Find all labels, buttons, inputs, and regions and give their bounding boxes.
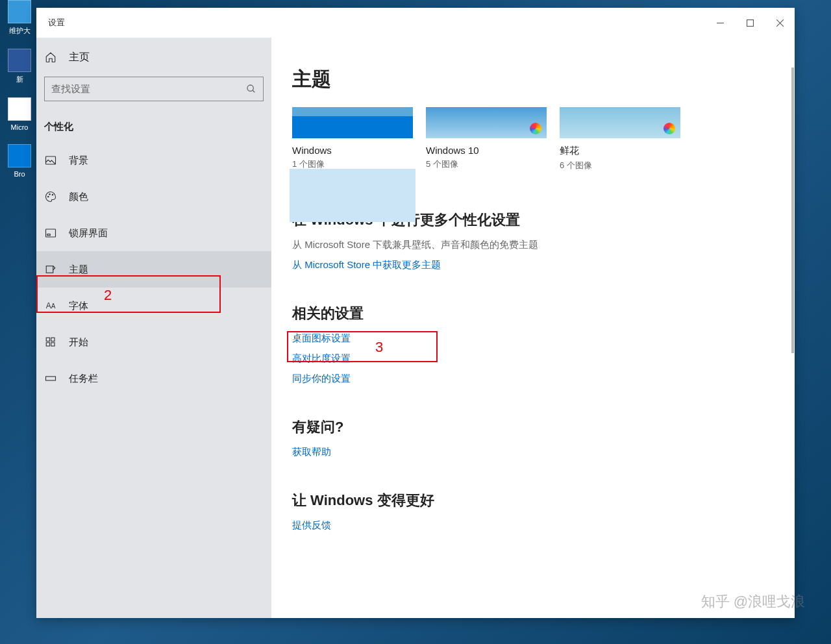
svg-rect-13 xyxy=(46,338,49,341)
theme-name: 鲜花 xyxy=(560,145,680,157)
home-label: 主页 xyxy=(69,51,90,64)
settings-window: 设置 主页 查找设置 个性化 背景 xyxy=(36,8,795,618)
svg-rect-1 xyxy=(747,19,753,26)
sidebar-section: 个性化 xyxy=(36,113,271,142)
feedback-link[interactable]: 提供反馈 xyxy=(292,519,774,532)
home-link[interactable]: 主页 xyxy=(36,38,271,77)
high-contrast-link[interactable]: 高对比度设置 xyxy=(292,353,774,365)
lockscreen-icon xyxy=(44,227,57,239)
start-icon xyxy=(44,336,57,348)
scrollbar[interactable] xyxy=(791,68,794,353)
sidebar-item-background[interactable]: 背景 xyxy=(36,142,271,179)
related-settings-section: 相关的设置 桌面图标设置 高对比度设置 同步你的设置 xyxy=(292,304,774,385)
svg-line-5 xyxy=(253,90,254,92)
desktop-shortcut[interactable]: 新 xyxy=(5,49,34,84)
page-title: 主题 xyxy=(292,66,774,93)
theme-subtitle: 6 个图像 xyxy=(560,160,680,171)
theme-selected-highlight xyxy=(290,169,416,222)
sidebar-nav: 背景 颜色 锁屏界面 主题 AA 字体 xyxy=(36,142,271,397)
titlebar: 设置 xyxy=(36,8,795,38)
palette-icon xyxy=(44,191,57,203)
search-input[interactable]: 查找设置 xyxy=(44,77,264,101)
desktop-shortcut[interactable]: Bro xyxy=(5,144,34,178)
svg-rect-16 xyxy=(51,343,55,346)
themes-list: Windows 1 个图像 Windows 10 5 个图像 鲜花 6 个图像 xyxy=(292,107,774,171)
window-title: 设置 xyxy=(48,17,65,29)
watermark: 知乎 @浪哩戈浪 xyxy=(701,592,805,612)
theme-card[interactable]: Windows 1 个图像 xyxy=(292,107,413,171)
section-heading: 相关的设置 xyxy=(292,304,774,323)
sidebar-item-label: 开始 xyxy=(69,336,88,349)
sidebar-item-themes[interactable]: 主题 xyxy=(36,251,271,288)
sidebar-item-label: 字体 xyxy=(69,300,88,312)
section-heading: 让 Windows 变得更好 xyxy=(292,491,774,510)
window-controls xyxy=(705,8,795,38)
svg-point-4 xyxy=(247,85,253,91)
svg-point-8 xyxy=(49,194,51,195)
themes-icon xyxy=(44,264,57,275)
theme-subtitle: 5 个图像 xyxy=(426,158,547,170)
home-icon xyxy=(44,51,57,63)
svg-point-9 xyxy=(52,194,53,195)
get-help-link[interactable]: 获取帮助 xyxy=(292,446,774,458)
theme-thumbnail xyxy=(292,107,413,138)
desktop-shortcut[interactable]: 维护大 xyxy=(5,0,34,36)
theme-subtitle: 1 个图像 xyxy=(292,158,413,170)
search-icon xyxy=(246,84,256,94)
color-wheel-icon xyxy=(530,123,541,134)
theme-card[interactable]: Windows 10 5 个图像 xyxy=(426,107,547,171)
sidebar-item-label: 锁屏界面 xyxy=(69,227,108,240)
main-content: 主题 Windows 1 个图像 Windows 10 5 个图像 鲜花 6 个… xyxy=(271,38,795,618)
theme-name: Windows 10 xyxy=(426,145,547,156)
color-wheel-icon xyxy=(664,123,675,134)
svg-rect-11 xyxy=(47,234,51,236)
section-description: 从 Microsoft Store 下载兼具壁纸、声音和颜色的免费主题 xyxy=(292,239,774,251)
sidebar-item-start[interactable]: 开始 xyxy=(36,324,271,360)
sidebar-item-colors[interactable]: 颜色 xyxy=(36,179,271,215)
store-link[interactable]: 从 Microsoft Store 中获取更多主题 xyxy=(292,259,774,271)
sync-settings-link[interactable]: 同步你的设置 xyxy=(292,373,774,385)
sidebar-item-label: 任务栏 xyxy=(69,373,98,385)
svg-rect-15 xyxy=(46,343,49,346)
svg-rect-12 xyxy=(46,266,53,273)
sidebar: 主页 查找设置 个性化 背景 颜色 锁 xyxy=(36,38,271,618)
help-section: 有疑问? 获取帮助 xyxy=(292,417,774,458)
fonts-icon: AA xyxy=(44,301,57,310)
theme-thumbnail xyxy=(560,107,680,138)
desktop-shortcut[interactable]: Micro xyxy=(5,97,34,131)
svg-rect-14 xyxy=(51,338,55,341)
theme-card[interactable]: 鲜花 6 个图像 xyxy=(560,107,680,171)
feedback-section: 让 Windows 变得更好 提供反馈 xyxy=(292,491,774,532)
sidebar-item-label: 颜色 xyxy=(69,191,88,203)
sidebar-item-lockscreen[interactable]: 锁屏界面 xyxy=(36,215,271,251)
close-button[interactable] xyxy=(765,8,795,38)
sidebar-item-label: 背景 xyxy=(69,155,88,167)
sidebar-item-fonts[interactable]: AA 字体 xyxy=(36,288,271,324)
theme-thumbnail xyxy=(426,107,547,138)
search-placeholder: 查找设置 xyxy=(51,83,246,95)
sidebar-item-label: 主题 xyxy=(69,264,88,276)
theme-name: Windows xyxy=(292,145,413,156)
minimize-button[interactable] xyxy=(705,8,735,38)
desktop-icons-link[interactable]: 桌面图标设置 xyxy=(292,332,774,345)
svg-rect-17 xyxy=(46,377,56,380)
picture-icon xyxy=(44,155,57,166)
sidebar-item-taskbar[interactable]: 任务栏 xyxy=(36,360,271,397)
taskbar-icon xyxy=(44,373,57,384)
maximize-button[interactable] xyxy=(735,8,765,38)
desktop-icons: 维护大 新 Micro Bro xyxy=(5,0,34,178)
svg-point-7 xyxy=(48,196,49,197)
section-heading: 有疑问? xyxy=(292,417,774,437)
